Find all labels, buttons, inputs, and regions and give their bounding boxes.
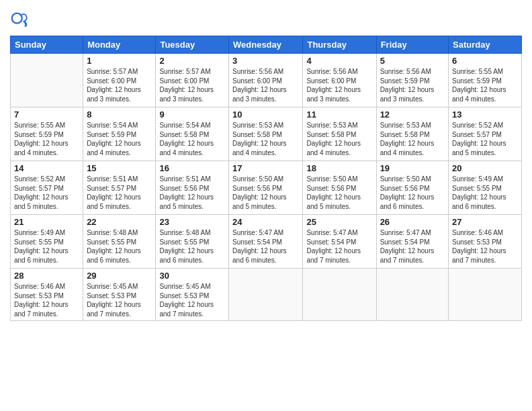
calendar-cell: 26Sunrise: 5:47 AM Sunset: 5:54 PM Dayli… <box>376 215 448 269</box>
day-info: Sunrise: 5:46 AM Sunset: 5:53 PM Dayligh… <box>14 282 79 318</box>
day-number: 10 <box>232 109 299 120</box>
day-info: Sunrise: 5:49 AM Sunset: 5:55 PM Dayligh… <box>452 175 518 211</box>
day-number: 2 <box>159 56 225 66</box>
day-number: 8 <box>87 109 152 120</box>
calendar-cell: 25Sunrise: 5:47 AM Sunset: 5:54 PM Dayli… <box>303 215 376 269</box>
day-info: Sunrise: 5:49 AM Sunset: 5:55 PM Dayligh… <box>14 228 79 265</box>
logo-icon <box>10 10 29 29</box>
day-info: Sunrise: 5:57 AM Sunset: 6:00 PM Dayligh… <box>87 67 152 103</box>
logo <box>10 10 32 29</box>
day-number: 7 <box>14 109 79 120</box>
day-number: 5 <box>380 56 445 66</box>
day-info: Sunrise: 5:53 AM Sunset: 5:58 PM Dayligh… <box>380 121 445 157</box>
calendar-cell: 10Sunrise: 5:53 AM Sunset: 5:58 PM Dayli… <box>229 107 303 161</box>
day-info: Sunrise: 5:46 AM Sunset: 5:53 PM Dayligh… <box>452 228 518 265</box>
calendar-cell: 17Sunrise: 5:50 AM Sunset: 5:56 PM Dayli… <box>229 161 303 215</box>
day-number: 3 <box>232 56 299 66</box>
day-number: 13 <box>452 109 518 120</box>
day-number: 14 <box>14 163 79 173</box>
calendar-cell: 13Sunrise: 5:52 AM Sunset: 5:57 PM Dayli… <box>449 107 522 161</box>
calendar-cell: 12Sunrise: 5:53 AM Sunset: 5:58 PM Dayli… <box>376 107 448 161</box>
day-info: Sunrise: 5:47 AM Sunset: 5:54 PM Dayligh… <box>306 228 372 265</box>
day-info: Sunrise: 5:52 AM Sunset: 5:57 PM Dayligh… <box>452 121 518 157</box>
calendar-cell: 6Sunrise: 5:55 AM Sunset: 5:59 PM Daylig… <box>449 54 522 107</box>
calendar-cell: 15Sunrise: 5:51 AM Sunset: 5:57 PM Dayli… <box>83 161 156 215</box>
day-number: 1 <box>87 56 152 66</box>
calendar-week-row: 28Sunrise: 5:46 AM Sunset: 5:53 PM Dayli… <box>11 269 522 321</box>
calendar-cell: 5Sunrise: 5:56 AM Sunset: 5:59 PM Daylig… <box>376 54 448 107</box>
day-number: 6 <box>452 56 518 66</box>
day-number: 22 <box>87 217 152 227</box>
calendar-cell: 19Sunrise: 5:50 AM Sunset: 5:56 PM Dayli… <box>376 161 448 215</box>
day-info: Sunrise: 5:54 AM Sunset: 5:59 PM Dayligh… <box>87 121 152 157</box>
calendar-cell: 29Sunrise: 5:45 AM Sunset: 5:53 PM Dayli… <box>83 269 156 321</box>
day-info: Sunrise: 5:57 AM Sunset: 6:00 PM Dayligh… <box>159 67 225 103</box>
calendar-cell: 11Sunrise: 5:53 AM Sunset: 5:58 PM Dayli… <box>303 107 376 161</box>
day-number: 24 <box>232 217 299 227</box>
calendar-cell: 4Sunrise: 5:56 AM Sunset: 6:00 PM Daylig… <box>303 54 376 107</box>
calendar-cell: 21Sunrise: 5:49 AM Sunset: 5:55 PM Dayli… <box>11 215 83 269</box>
calendar-cell <box>303 269 376 321</box>
day-info: Sunrise: 5:55 AM Sunset: 5:59 PM Dayligh… <box>452 67 518 103</box>
day-info: Sunrise: 5:52 AM Sunset: 5:57 PM Dayligh… <box>14 175 79 211</box>
day-number: 16 <box>159 163 225 173</box>
day-number: 25 <box>306 217 372 227</box>
calendar-cell: 22Sunrise: 5:48 AM Sunset: 5:55 PM Dayli… <box>83 215 156 269</box>
calendar-cell: 27Sunrise: 5:46 AM Sunset: 5:53 PM Dayli… <box>449 215 522 269</box>
weekday-header-row: SundayMondayTuesdayWednesdayThursdayFrid… <box>11 36 522 54</box>
day-info: Sunrise: 5:48 AM Sunset: 5:55 PM Dayligh… <box>159 228 225 265</box>
day-info: Sunrise: 5:50 AM Sunset: 5:56 PM Dayligh… <box>306 175 372 211</box>
day-info: Sunrise: 5:53 AM Sunset: 5:58 PM Dayligh… <box>232 121 299 157</box>
calendar-cell <box>11 54 83 107</box>
day-number: 26 <box>380 217 445 227</box>
weekday-header-wednesday: Wednesday <box>229 36 303 54</box>
calendar-cell: 1Sunrise: 5:57 AM Sunset: 6:00 PM Daylig… <box>83 54 156 107</box>
weekday-header-friday: Friday <box>376 36 448 54</box>
day-number: 20 <box>452 163 518 173</box>
day-info: Sunrise: 5:47 AM Sunset: 5:54 PM Dayligh… <box>232 228 299 265</box>
weekday-header-tuesday: Tuesday <box>156 36 229 54</box>
calendar-week-row: 14Sunrise: 5:52 AM Sunset: 5:57 PM Dayli… <box>11 161 522 215</box>
day-info: Sunrise: 5:56 AM Sunset: 5:59 PM Dayligh… <box>380 67 445 103</box>
day-info: Sunrise: 5:51 AM Sunset: 5:57 PM Dayligh… <box>87 175 152 211</box>
calendar-cell: 24Sunrise: 5:47 AM Sunset: 5:54 PM Dayli… <box>229 215 303 269</box>
day-info: Sunrise: 5:56 AM Sunset: 6:00 PM Dayligh… <box>306 67 372 103</box>
calendar-cell: 23Sunrise: 5:48 AM Sunset: 5:55 PM Dayli… <box>156 215 229 269</box>
day-number: 9 <box>159 109 225 120</box>
day-info: Sunrise: 5:53 AM Sunset: 5:58 PM Dayligh… <box>306 121 372 157</box>
page: SundayMondayTuesdayWednesdayThursdayFrid… <box>0 0 532 411</box>
calendar-cell: 14Sunrise: 5:52 AM Sunset: 5:57 PM Dayli… <box>11 161 83 215</box>
day-number: 29 <box>87 271 152 281</box>
calendar-cell: 9Sunrise: 5:54 AM Sunset: 5:58 PM Daylig… <box>156 107 229 161</box>
day-number: 12 <box>380 109 445 120</box>
weekday-header-sunday: Sunday <box>11 36 83 54</box>
day-number: 15 <box>87 163 152 173</box>
day-number: 4 <box>306 56 372 66</box>
weekday-header-saturday: Saturday <box>449 36 522 54</box>
calendar-cell <box>449 269 522 321</box>
day-info: Sunrise: 5:45 AM Sunset: 5:53 PM Dayligh… <box>87 282 152 318</box>
calendar-cell: 28Sunrise: 5:46 AM Sunset: 5:53 PM Dayli… <box>11 269 83 321</box>
day-number: 30 <box>159 271 225 281</box>
day-number: 21 <box>14 217 79 227</box>
weekday-header-thursday: Thursday <box>303 36 376 54</box>
day-number: 11 <box>306 109 372 120</box>
calendar-cell: 3Sunrise: 5:56 AM Sunset: 6:00 PM Daylig… <box>229 54 303 107</box>
day-info: Sunrise: 5:45 AM Sunset: 5:53 PM Dayligh… <box>159 282 225 318</box>
calendar-week-row: 21Sunrise: 5:49 AM Sunset: 5:55 PM Dayli… <box>11 215 522 269</box>
calendar-cell: 30Sunrise: 5:45 AM Sunset: 5:53 PM Dayli… <box>156 269 229 321</box>
calendar-week-row: 7Sunrise: 5:55 AM Sunset: 5:59 PM Daylig… <box>11 107 522 161</box>
calendar-cell: 18Sunrise: 5:50 AM Sunset: 5:56 PM Dayli… <box>303 161 376 215</box>
day-number: 27 <box>452 217 518 227</box>
day-info: Sunrise: 5:50 AM Sunset: 5:56 PM Dayligh… <box>380 175 445 211</box>
day-info: Sunrise: 5:56 AM Sunset: 6:00 PM Dayligh… <box>232 67 299 103</box>
weekday-header-monday: Monday <box>83 36 156 54</box>
calendar-cell: 16Sunrise: 5:51 AM Sunset: 5:56 PM Dayli… <box>156 161 229 215</box>
calendar-week-row: 1Sunrise: 5:57 AM Sunset: 6:00 PM Daylig… <box>11 54 522 107</box>
day-number: 28 <box>14 271 79 281</box>
calendar-cell: 7Sunrise: 5:55 AM Sunset: 5:59 PM Daylig… <box>11 107 83 161</box>
day-number: 19 <box>380 163 445 173</box>
day-info: Sunrise: 5:48 AM Sunset: 5:55 PM Dayligh… <box>87 228 152 265</box>
day-info: Sunrise: 5:54 AM Sunset: 5:58 PM Dayligh… <box>159 121 225 157</box>
day-number: 17 <box>232 163 299 173</box>
